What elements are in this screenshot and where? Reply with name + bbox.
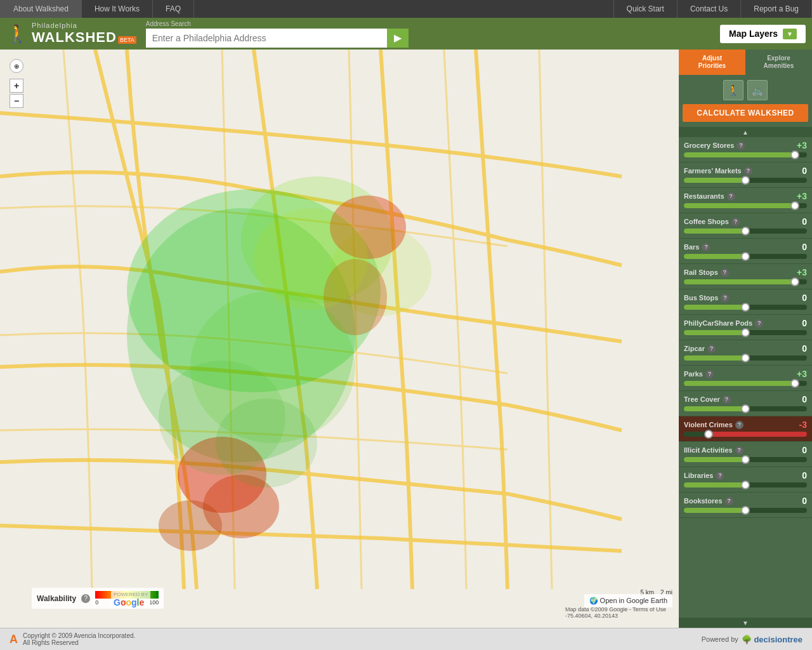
bike-icon[interactable]: 🚲 <box>747 80 768 100</box>
slider-track[interactable] <box>684 381 807 386</box>
slider-row-bus-stops: Bus Stops ? 0 <box>679 289 812 315</box>
powered-by-label: Powered by <box>702 635 738 643</box>
slider-track[interactable] <box>684 457 807 462</box>
pan-control-icon[interactable]: ⊕ <box>10 59 23 73</box>
walkability-help-icon[interactable]: ? <box>81 594 90 603</box>
walk-icon[interactable]: 🚶 <box>723 80 743 100</box>
slider-help-icon[interactable]: ? <box>731 218 740 226</box>
avencia-logo: A <box>10 633 18 646</box>
logo-text: Philadelphia WALKSHED BETA <box>32 22 136 46</box>
map-layers-label: Map Layers <box>729 29 778 39</box>
slider-name: Illicit Activities <box>684 446 733 454</box>
nav-how-it-works[interactable]: How It Works <box>82 0 153 18</box>
slider-fill <box>684 178 745 183</box>
slider-fill <box>684 330 745 335</box>
nav-faq[interactable]: FAQ <box>153 0 194 18</box>
slider-track[interactable] <box>684 355 807 361</box>
slider-header: Bookstores ? 0 <box>684 496 807 506</box>
slider-help-icon[interactable]: ? <box>702 243 710 251</box>
slider-thumb[interactable] <box>741 303 750 312</box>
slider-row-coffee-shops: Coffee Shops ? 0 <box>679 213 812 239</box>
nav-left: About Walkshed How It Works FAQ <box>0 0 194 18</box>
calc-icon-row: 🚶 🚲 <box>683 80 808 100</box>
footer-copyright: Copyright © 2009 Avencia Incorporated. A… <box>23 632 135 646</box>
open-google-earth-button[interactable]: 🌍 Open in Google Earth <box>584 594 672 607</box>
slider-track[interactable] <box>684 279 807 284</box>
tab-explore-amenities[interactable]: Explore Amenities <box>745 50 812 75</box>
slider-help-icon[interactable]: ? <box>744 167 752 175</box>
slider-track[interactable] <box>684 305 807 310</box>
calculate-walkshed-button[interactable]: CALCULATE WALKSHED <box>683 104 808 122</box>
scroll-down-button[interactable]: ▼ <box>679 618 812 628</box>
slider-help-icon[interactable]: ? <box>737 142 745 150</box>
slider-thumb[interactable] <box>741 227 750 235</box>
slider-header: Violent Crimes ? -3 <box>684 420 807 430</box>
scroll-up-button[interactable]: ▲ <box>679 127 812 137</box>
slider-help-icon[interactable]: ? <box>723 395 731 404</box>
slider-value: +3 <box>792 140 807 150</box>
nav-about[interactable]: About Walkshed <box>0 0 82 18</box>
tab-adjust-priorities[interactable]: Adjust Priorities <box>679 50 745 75</box>
zoom-out-button[interactable]: − <box>10 94 23 108</box>
slider-value: 0 <box>792 293 807 303</box>
zoom-in-button[interactable]: + <box>10 79 23 93</box>
nav-contact-us[interactable]: Contact Us <box>678 0 741 18</box>
slider-thumb[interactable] <box>741 506 750 515</box>
slider-track[interactable] <box>684 178 807 183</box>
slider-thumb[interactable] <box>790 277 799 286</box>
slider-help-icon[interactable]: ? <box>721 269 729 277</box>
slider-row-restaurants: Restaurants ? +3 <box>679 188 812 213</box>
slider-help-icon[interactable]: ? <box>707 345 716 353</box>
legend-tick-0: 0 <box>95 599 98 606</box>
nav-report-bug[interactable]: Report a Bug <box>741 0 812 18</box>
slider-help-icon[interactable]: ? <box>755 319 763 328</box>
slider-thumb[interactable] <box>741 328 750 337</box>
slider-thumb[interactable] <box>790 379 799 388</box>
slider-row-bookstores: Bookstores ? 0 <box>679 493 812 518</box>
slider-thumb[interactable] <box>741 354 750 362</box>
slider-thumb[interactable] <box>790 201 799 210</box>
slider-track[interactable] <box>684 508 807 513</box>
nav-quick-start[interactable]: Quick Start <box>613 0 678 18</box>
slider-track[interactable] <box>684 482 807 488</box>
slider-help-icon[interactable]: ? <box>727 192 735 201</box>
slider-name: Zipcar <box>684 345 705 352</box>
search-submit-button[interactable]: ▶ <box>387 29 409 48</box>
slider-name: Bars <box>684 243 699 251</box>
map-controls: ⊕ + − <box>10 59 23 108</box>
slider-thumb[interactable] <box>741 176 750 185</box>
slider-track[interactable] <box>684 203 807 208</box>
slider-help-icon[interactable]: ? <box>721 294 729 302</box>
slider-help-icon[interactable]: ? <box>725 497 733 505</box>
map-layers-arrow-icon: ▼ <box>783 29 797 39</box>
slider-help-icon[interactable]: ? <box>705 370 714 378</box>
slider-track[interactable] <box>684 229 807 234</box>
slider-thumb[interactable] <box>741 404 750 413</box>
slider-track[interactable] <box>684 406 807 411</box>
slider-help-icon[interactable]: ? <box>735 446 743 454</box>
slider-thumb[interactable] <box>704 430 713 439</box>
slider-header: Libraries ? 0 <box>684 470 807 481</box>
main-content: ⊕ + − Walkability ? 0 50 100 POWERED BY … <box>0 50 812 628</box>
slider-track[interactable] <box>684 152 807 157</box>
slider-thumb[interactable] <box>741 481 750 489</box>
slider-value: 0 <box>792 394 807 404</box>
walkability-label: Walkability <box>37 594 76 603</box>
slider-help-icon[interactable]: ? <box>716 472 724 480</box>
slider-header: Rail Stops ? +3 <box>684 267 807 277</box>
slider-value: 0 <box>792 242 807 252</box>
map-container[interactable]: ⊕ + − Walkability ? 0 50 100 POWERED BY … <box>0 50 679 628</box>
slider-thumb[interactable] <box>741 455 750 464</box>
city-label: Philadelphia <box>32 22 136 29</box>
copyright-text: Copyright © 2009 Avencia Incorporated. <box>23 632 135 639</box>
slider-thumb[interactable] <box>741 252 750 261</box>
slider-track[interactable] <box>684 432 807 437</box>
slider-track[interactable] <box>684 330 807 335</box>
slider-track[interactable] <box>684 254 807 259</box>
slider-help-icon[interactable]: ? <box>735 421 743 429</box>
slider-fill <box>684 457 745 462</box>
sidebar-tabs: Adjust Priorities Explore Amenities <box>679 50 812 75</box>
slider-thumb[interactable] <box>790 150 799 159</box>
map-layers-button[interactable]: Map Layers ▼ <box>720 25 806 43</box>
address-search-input[interactable] <box>146 29 387 48</box>
